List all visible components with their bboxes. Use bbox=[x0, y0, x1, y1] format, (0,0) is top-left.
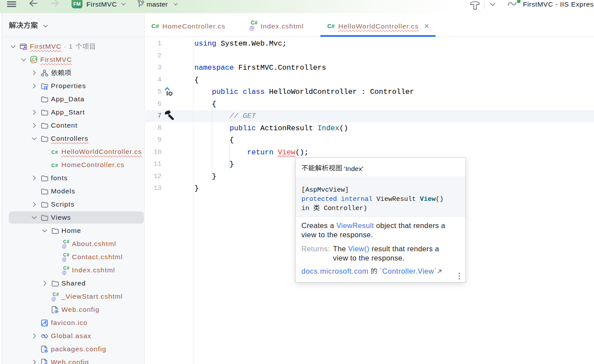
svg-text:@: @ bbox=[249, 25, 254, 31]
svg-text:@: @ bbox=[62, 243, 67, 249]
svg-text:@: @ bbox=[62, 257, 67, 262]
svg-text:C#: C# bbox=[51, 149, 58, 154]
svg-text:C#: C# bbox=[327, 23, 335, 29]
svg-text:C#: C# bbox=[51, 162, 58, 168]
svg-text:@: @ bbox=[62, 270, 67, 275]
svg-text:@: @ bbox=[51, 296, 56, 301]
svg-text:C#: C# bbox=[151, 23, 159, 29]
